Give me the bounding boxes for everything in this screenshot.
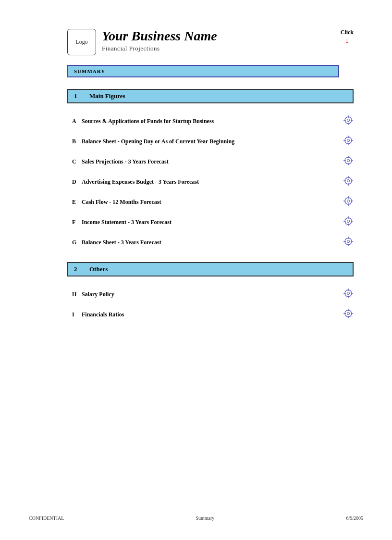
footer-center: Summary: [196, 515, 214, 521]
sections-container: 1 Main Figures A Sources & Applications …: [67, 89, 354, 325]
down-arrow-icon: ↓: [345, 36, 349, 45]
svg-point-7: [347, 139, 350, 142]
svg-point-24: [345, 198, 352, 204]
summary-bar[interactable]: SUMMARY: [67, 65, 339, 77]
footer-left: CONFIDENTIAL: [29, 515, 64, 521]
logo-label: Logo: [75, 38, 87, 46]
footer: CONFIDENTIAL Summary 6/9/2005: [0, 515, 392, 521]
toc-text: Financials Ratios: [82, 311, 343, 318]
svg-point-48: [345, 310, 352, 317]
toc-letter: D: [72, 178, 82, 186]
crosshair-icon[interactable]: [343, 288, 354, 301]
section-number: 1: [74, 92, 82, 100]
crosshair-icon[interactable]: [343, 308, 354, 321]
toc-letter: C: [72, 158, 82, 165]
toc-item[interactable]: C Sales Projections - 3 Years Forecast: [72, 151, 354, 172]
toc-list-1: A Sources & Applications of Funds for St…: [67, 111, 354, 252]
svg-point-6: [345, 137, 352, 144]
section-header-1[interactable]: 1 Main Figures: [67, 89, 354, 103]
toc-letter: E: [72, 199, 82, 206]
toc-item[interactable]: E Cash Flow - 12 Months Forecast: [72, 192, 354, 212]
toc-text: Sales Projections - 3 Years Forecast: [82, 158, 343, 165]
svg-point-19: [347, 180, 350, 182]
toc-letter: G: [72, 239, 82, 246]
toc-text: Cash Flow - 12 Months Forecast: [82, 199, 343, 206]
svg-point-49: [347, 313, 350, 315]
svg-point-18: [345, 177, 352, 184]
section-title: Others: [89, 265, 108, 273]
svg-point-12: [345, 157, 352, 164]
crosshair-icon[interactable]: [343, 135, 354, 148]
crosshair-icon[interactable]: [343, 176, 354, 188]
business-name: Your Business Name: [102, 29, 341, 44]
toc-item[interactable]: A Sources & Applications of Funds for St…: [72, 111, 354, 131]
toc-item[interactable]: F Income Statement - 3 Years Forecast: [72, 212, 354, 232]
toc-text: Salary Policy: [82, 291, 343, 298]
section-title: Main Figures: [89, 92, 125, 100]
toc-text: Balance Sheet - 3 Years Forecast: [82, 239, 343, 246]
svg-point-42: [345, 290, 352, 297]
toc-text: Advertising Expenses Budget - 3 Years Fo…: [82, 178, 343, 186]
section-header-2[interactable]: 2 Others: [67, 262, 354, 276]
svg-point-36: [345, 238, 352, 245]
toc-text: Income Statement - 3 Years Forecast: [82, 219, 343, 226]
svg-point-0: [345, 117, 352, 124]
toc-item[interactable]: H Salary Policy: [72, 284, 354, 304]
summary-bar-text: SUMMARY: [74, 68, 105, 74]
toc-letter: H: [72, 291, 82, 298]
svg-point-30: [345, 218, 352, 225]
click-label: Click: [341, 29, 354, 36]
toc-item[interactable]: G Balance Sheet - 3 Years Forecast: [72, 232, 354, 252]
logo-box: Logo: [67, 29, 96, 55]
toc-item[interactable]: I Financials Ratios: [72, 304, 354, 325]
toc-list-2: H Salary Policy I Financials Ratios: [67, 284, 354, 325]
svg-point-37: [347, 240, 350, 243]
toc-text: Balance Sheet - Opening Day or As of Cur…: [82, 138, 343, 145]
crosshair-icon[interactable]: [343, 115, 354, 127]
toc-letter: I: [72, 311, 82, 318]
crosshair-icon[interactable]: [343, 236, 354, 249]
subtitle: Financial Projections: [102, 45, 341, 52]
toc-item[interactable]: D Advertising Expenses Budget - 3 Years …: [72, 172, 354, 192]
footer-right: 6/9/2005: [346, 515, 363, 521]
toc-letter: B: [72, 138, 82, 145]
svg-point-13: [347, 160, 350, 162]
svg-point-31: [347, 220, 350, 223]
toc-letter: A: [72, 118, 82, 125]
section-number: 2: [74, 265, 82, 273]
toc-text: Sources & Applications of Funds for Star…: [82, 118, 343, 125]
crosshair-icon[interactable]: [343, 196, 354, 208]
crosshair-icon[interactable]: [343, 155, 354, 168]
svg-point-1: [347, 119, 350, 122]
crosshair-icon[interactable]: [343, 216, 354, 228]
svg-point-25: [347, 200, 350, 202]
toc-letter: F: [72, 219, 82, 226]
toc-item[interactable]: B Balance Sheet - Opening Day or As of C…: [72, 131, 354, 151]
svg-point-43: [347, 292, 350, 295]
